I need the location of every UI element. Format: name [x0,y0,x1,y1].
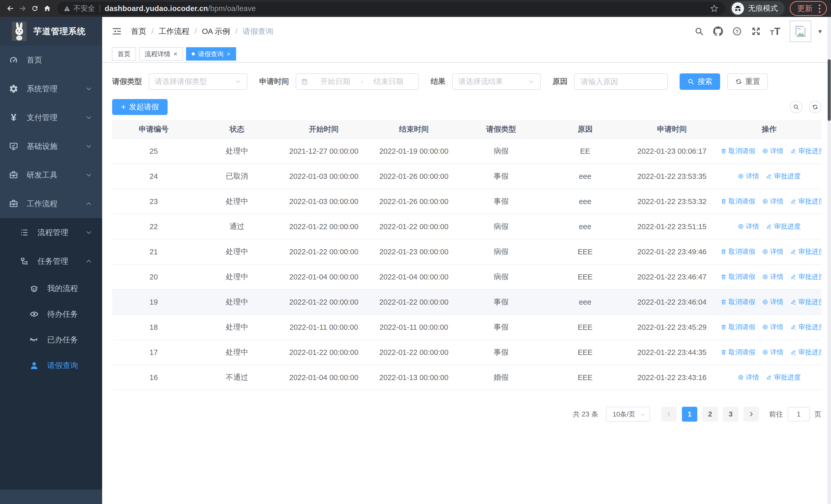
cancel-action-link[interactable]: 取消请假 [720,348,755,357]
sidebar-item-payment[interactable]: ¥支付管理 [0,103,102,132]
sidebar-item-todo-tasks[interactable]: 待办任务 [0,301,102,327]
tab-close-icon[interactable]: × [173,51,177,57]
reason-input[interactable] [574,73,668,90]
column-header: 请假类型 [459,120,543,139]
avatar-caret-icon[interactable]: ▾ [819,27,822,35]
sidebar-item-done-tasks[interactable]: 已办任务 [0,327,102,353]
font-size-icon[interactable]: TT [770,26,780,36]
page-size-select[interactable]: 10条/页 [606,407,650,422]
show-search-icon[interactable] [790,101,802,113]
progress-action-link[interactable]: 审批进度 [790,323,821,331]
header-search-icon[interactable] [694,26,704,36]
cell-type: 事假 [459,290,543,315]
sidebar-item-infra[interactable]: 基础设施 [0,132,102,161]
detail-action-link[interactable]: 详情 [738,222,759,231]
progress-action-link[interactable]: 审批进度 [790,247,821,256]
progress-action-link[interactable]: 审批进度 [790,297,821,306]
update-button[interactable]: 更新 [790,1,827,16]
sidebar-item-label: 基础设施 [27,141,57,152]
github-icon[interactable] [713,26,723,36]
progress-action-link[interactable]: 审批进度 [790,272,821,281]
address-bar[interactable]: 不安全 dashboard.yudao.iocoder.cn/bpm/oa/le… [57,2,725,15]
detail-action-link[interactable]: 详情 [762,323,783,331]
tab-流程详情[interactable]: 流程详情× [139,47,183,61]
detail-action-link[interactable]: 详情 [762,147,783,155]
create-leave-button[interactable]: + 发起请假 [112,99,168,115]
cancel-action-link[interactable]: 取消请假 [720,147,755,155]
reload-icon[interactable] [29,2,41,14]
cell-applied: 2022-01-22 23:51:15 [627,214,717,239]
cancel-action-link[interactable]: 取消请假 [720,247,755,256]
security-warning-icon[interactable] [63,5,71,12]
page-2-button[interactable]: 2 [703,407,718,422]
tab-请假查询[interactable]: 请假查询× [186,47,236,61]
help-icon[interactable]: ? [732,26,742,36]
cancel-action-link[interactable]: 取消请假 [720,197,755,206]
tab-首页[interactable]: 首页 [112,47,136,61]
cell-id: 25 [112,139,195,164]
incognito-icon [732,2,744,14]
refresh-table-icon[interactable] [809,101,821,113]
breadcrumb-item[interactable]: 工作流程 [159,26,190,37]
sidebar-toggle-icon[interactable] [111,26,122,37]
progress-action-link[interactable]: 审批进度 [790,197,821,206]
cell-status: 处理中 [195,239,279,264]
search-button[interactable]: 搜索 [680,73,720,90]
avatar[interactable] [790,21,811,42]
progress-action-link[interactable]: 审批进度 [790,348,821,357]
page-3-button[interactable]: 3 [723,407,738,422]
breadcrumb-item[interactable]: OA 示例 [202,26,230,37]
sidebar-item-devtools[interactable]: 研发工具 [0,161,102,189]
tab-close-icon[interactable]: × [227,51,230,57]
table-row: 23处理中2022-01-03 00:00:002022-01-26 00:00… [112,189,821,214]
detail-action-link[interactable]: 详情 [738,172,759,181]
detail-action-link[interactable]: 详情 [762,272,783,281]
prev-page-button[interactable] [661,407,677,422]
result-select[interactable]: 请选择流结果 [452,73,541,90]
detail-action-link[interactable]: 详情 [762,197,783,206]
sidebar-filler [0,378,102,490]
cancel-action-link[interactable]: 取消请假 [720,297,755,306]
app-logo[interactable]: 芋道管理系统 [0,17,102,46]
filter-result: 结果 请选择流结果 [431,73,541,90]
detail-action-link[interactable]: 详情 [762,348,783,357]
browser-menu-icon[interactable] [818,3,822,14]
page-url[interactable]: dashboard.yudao.iocoder.cn/bpm/oa/leave [105,4,256,13]
date-range-picker[interactable]: 开始日期 - 结束日期 [296,73,419,90]
back-icon[interactable] [4,2,17,14]
user-icon [29,360,39,370]
progress-action-link[interactable]: 审批进度 [766,172,801,181]
progress-action-link[interactable]: 审批进度 [766,222,801,231]
home-icon[interactable] [41,2,53,14]
cancel-action-link[interactable]: 取消请假 [720,323,755,331]
breadcrumb-item[interactable]: 首页 [131,26,146,37]
bookmark-star-icon[interactable] [710,4,719,13]
leave-type-select[interactable]: 请选择请假类型 [149,73,248,90]
progress-action-link[interactable]: 审批进度 [790,147,821,155]
progress-action-link[interactable]: 审批进度 [766,373,801,382]
sidebar-item-task-mgmt[interactable]: 任务管理 [0,247,102,276]
sidebar-item-system[interactable]: 系统管理 [0,75,102,103]
page-scrollbar[interactable] [827,17,831,504]
forward-icon[interactable] [17,2,29,14]
detail-action-link[interactable]: 详情 [738,373,759,382]
detail-action-link[interactable]: 详情 [762,247,783,256]
tab-label: 流程详情 [145,50,170,58]
sidebar-item-process-mgmt[interactable]: 流程管理 [0,218,102,247]
cell-reason: eee [543,164,627,189]
cancel-action-link[interactable]: 取消请假 [720,272,755,281]
sidebar-item-my-process[interactable]: 我的流程 [0,276,102,301]
fullscreen-icon[interactable] [751,26,761,36]
scrollbar-thumb[interactable] [828,59,831,121]
sidebar-item-workflow[interactable]: 工作流程 [0,189,102,218]
chevron-down-icon [85,143,92,150]
page-1-button[interactable]: 1 [682,407,697,422]
cell-start: 2022-01-22 00:00:00 [279,340,369,365]
goto-page-input[interactable] [787,407,810,421]
next-page-button[interactable] [744,407,759,422]
detail-action-link[interactable]: 详情 [762,297,783,306]
reset-button[interactable]: 重置 [727,73,768,90]
breadcrumb: 首页/工作流程/OA 示例/请假查询 [131,26,273,37]
sidebar-item-leave-query[interactable]: 请假查询 [0,353,102,378]
sidebar-item-home[interactable]: 首页 [0,46,102,75]
